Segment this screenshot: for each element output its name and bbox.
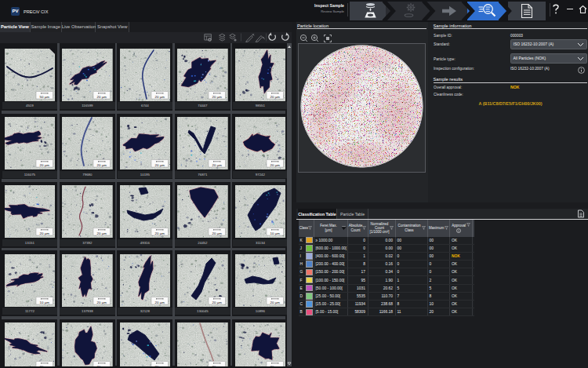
svg-text:20 µm: 20 µm [97, 94, 107, 98]
svg-text:20 µm: 20 µm [97, 300, 107, 304]
svg-text:20 µm: 20 µm [39, 231, 49, 235]
svg-text:20 µm: 20 µm [97, 231, 107, 235]
svg-text:20 µm: 20 µm [270, 163, 280, 167]
svg-text:20 µm: 20 µm [212, 300, 223, 304]
svg-text:20 µm: 20 µm [212, 231, 223, 235]
svg-text:20 µm: 20 µm [270, 300, 280, 304]
svg-text:20 µm: 20 µm [97, 163, 107, 167]
svg-text:50 µm: 50 µm [39, 94, 49, 98]
svg-text:20 µm: 20 µm [154, 231, 165, 235]
svg-text:20 µm: 20 µm [270, 94, 280, 98]
svg-text:20 µm: 20 µm [212, 163, 223, 167]
svg-text:20 µm: 20 µm [39, 163, 49, 167]
svg-text:20 µm: 20 µm [154, 94, 165, 98]
svg-text:10 µm: 10 µm [39, 300, 49, 304]
svg-text:20 µm: 20 µm [212, 94, 223, 98]
svg-text:10 µm: 10 µm [270, 231, 280, 235]
svg-text:20 µm: 20 µm [154, 163, 165, 167]
svg-text:20 µm: 20 µm [154, 300, 165, 304]
